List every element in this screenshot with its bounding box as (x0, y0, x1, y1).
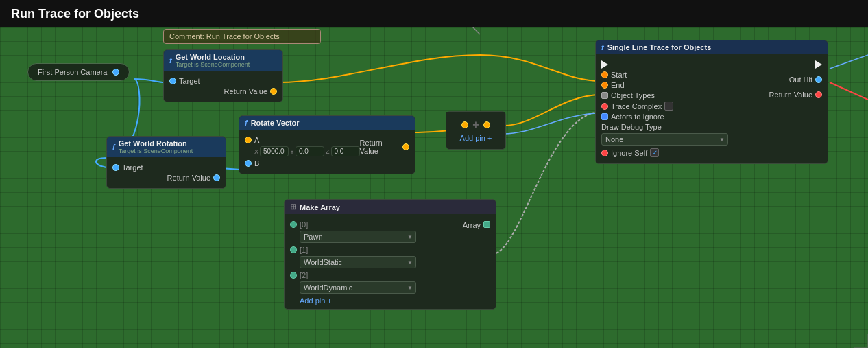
get-world-location-target-pin[interactable] (169, 78, 176, 84)
single-line-trace-draw-debug-row: Draw Debug Type (601, 123, 769, 131)
add-pin-plus-icon: + (472, 119, 479, 131)
single-line-trace-return-label: Return Value (769, 91, 812, 99)
single-line-trace-object-types-row: Object Types (601, 91, 769, 100)
comment-box: Comment: Run Trace for Objects (163, 29, 321, 44)
rotate-vector-return-label: Return Value (360, 139, 400, 155)
single-line-trace-exec-in-pin[interactable] (601, 60, 608, 69)
get-world-rotation-header: f Get World Rotation Target is SceneComp… (107, 137, 226, 157)
get-world-location-title: Get World Location (176, 53, 250, 61)
trace-complex-checkbox[interactable] (664, 102, 673, 111)
rotate-vector-return-pin[interactable] (402, 143, 409, 150)
get-world-rotation-target-row: Target (112, 163, 220, 172)
get-world-rotation-return-label: Return Value (167, 174, 210, 182)
vector-y-input[interactable] (296, 146, 324, 156)
get-world-location-target-label: Target (179, 77, 200, 85)
single-line-trace-out-hit-pin[interactable] (815, 76, 822, 83)
rotate-vector-b-label: B (254, 159, 259, 167)
get-world-rotation-subtitle: Target is SceneComponent (119, 148, 193, 154)
make-array-add-pin-button[interactable]: Add pin + (300, 297, 332, 305)
get-world-location-target-row: Target (169, 77, 277, 85)
add-pin-out-1[interactable] (483, 121, 490, 128)
page-title: Run Trace for Objects (11, 7, 139, 21)
rotate-vector-header: f Rotate Vector (239, 116, 415, 130)
single-line-trace-return-row: Return Value (769, 91, 822, 99)
vector-z-input[interactable] (331, 146, 360, 156)
single-line-trace-draw-debug-label: Draw Debug Type (601, 123, 662, 131)
single-line-trace-trace-complex-pin[interactable] (601, 103, 608, 110)
get-world-rotation-return-pin[interactable] (213, 174, 220, 181)
single-line-trace-header: f Single Line Trace for Objects (596, 40, 828, 54)
single-line-trace-actors-pin[interactable] (601, 113, 608, 120)
single-line-trace-out-hit-label: Out Hit (789, 76, 812, 84)
single-line-trace-return-pin[interactable] (815, 91, 822, 98)
make-array-node: ⊞ Make Array [0] Pawn (284, 199, 496, 310)
make-array-item-2-label: [2] (300, 271, 308, 279)
single-line-trace-ignore-self-row: Ignore Self (601, 148, 769, 157)
single-line-trace-trace-complex-label: Trace Complex (611, 102, 662, 111)
single-line-trace-object-types-pin[interactable] (601, 92, 608, 99)
single-line-trace-trace-complex-row: Trace Complex (601, 102, 769, 111)
single-line-trace-ignore-self-label: Ignore Self (611, 149, 647, 157)
make-array-item-0-pin[interactable] (290, 221, 297, 228)
get-world-location-return-label: Return Value (224, 87, 267, 95)
single-line-trace-exec-out-pin[interactable] (815, 60, 822, 69)
single-line-trace-start-label: Start (611, 71, 627, 79)
single-line-trace-ignore-self-pin[interactable] (601, 150, 608, 156)
vector-input-row: X Y Z (254, 146, 360, 156)
make-array-item-0-dropdown-wrap: Pawn (300, 231, 463, 243)
get-world-location-node: f Get World Location Target is SceneComp… (163, 49, 283, 102)
rotate-vector-a-pin[interactable] (245, 137, 252, 143)
add-pin-button[interactable]: Add pin + (460, 134, 492, 142)
title-bar: Run Trace for Objects (0, 0, 868, 27)
comment-label: Comment: (169, 32, 204, 40)
get-world-location-return-pin[interactable] (270, 88, 277, 95)
add-pin-in-1[interactable] (461, 121, 468, 128)
single-line-trace-exec-in-row (601, 60, 769, 69)
single-line-trace-actors-label: Actors to Ignore (611, 113, 664, 121)
make-array-header: ⊞ Make Array (285, 200, 496, 214)
rotate-vector-b-pin[interactable] (245, 160, 252, 167)
single-line-trace-out-hit-row: Out Hit (789, 76, 822, 84)
make-array-output-pin[interactable] (483, 221, 490, 228)
rotate-vector-node: f Rotate Vector A X Y Z B (239, 115, 415, 174)
make-array-array-label: Array (463, 221, 481, 229)
get-world-rotation-return-row: Return Value (112, 174, 220, 182)
get-world-rotation-target-label: Target (122, 163, 143, 172)
rotate-vector-b-row: B (245, 159, 360, 167)
rotate-vector-a-row: A (245, 136, 360, 144)
bottom-edge-decoration (854, 334, 868, 348)
single-line-trace-node: f Single Line Trace for Objects Start En… (595, 40, 828, 164)
get-world-rotation-target-pin[interactable] (112, 164, 119, 171)
ignore-self-checkbox[interactable] (650, 148, 659, 157)
make-array-item-1-label: [1] (300, 246, 308, 254)
make-array-item-0-row: [0] (290, 220, 463, 229)
rotate-vector-title: Rotate Vector (251, 119, 300, 127)
make-array-item-2-pin[interactable] (290, 272, 297, 279)
get-world-location-return-row: Return Value (169, 87, 277, 95)
single-line-trace-exec-out-row (815, 60, 822, 69)
get-world-location-subtitle: Target is SceneComponent (176, 61, 250, 68)
single-line-trace-end-pin[interactable] (601, 82, 608, 89)
fp-camera-output-pin[interactable] (112, 69, 119, 76)
draw-debug-select[interactable]: None (601, 133, 728, 146)
rotate-vector-a-label: A (254, 136, 259, 144)
get-world-rotation-node: f Get World Rotation Target is SceneComp… (106, 136, 226, 189)
single-line-trace-start-pin[interactable] (601, 71, 608, 78)
single-line-trace-start-row: Start (601, 71, 769, 79)
get-world-location-header: f Get World Location Target is SceneComp… (164, 50, 282, 71)
comment-text: Run Trace for Objects (206, 32, 280, 40)
make-array-item-1-pin[interactable] (290, 246, 297, 253)
make-array-item-1-row: [1] (290, 246, 463, 254)
make-array-item-0-label: [0] (300, 220, 308, 229)
vector-x-input[interactable] (260, 146, 289, 156)
make-array-item-0-select[interactable]: Pawn (300, 231, 416, 243)
get-world-rotation-title: Get World Rotation (119, 139, 193, 148)
make-array-item-1-select[interactable]: WorldStatic (300, 256, 416, 268)
single-line-trace-title: Single Line Trace for Objects (607, 43, 712, 51)
make-array-item-2-row: [2] (290, 271, 463, 279)
make-array-title: Make Array (300, 203, 340, 211)
rotate-vector-return-row: Return Value (360, 139, 409, 155)
fp-camera-node[interactable]: First Person Camera (27, 63, 130, 81)
add-pin-node: + Add pin + (446, 111, 506, 150)
make-array-item-2-select[interactable]: WorldDynamic (300, 281, 416, 294)
